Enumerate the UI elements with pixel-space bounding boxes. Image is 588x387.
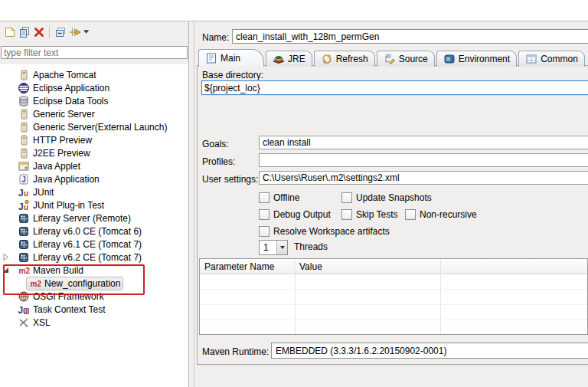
- collapse-arrow-icon[interactable]: [2, 266, 10, 274]
- tree-item-liferay-v6-1-ce-tomcat-7[interactable]: Liferay v6.1 CE (Tomcat 7): [0, 238, 188, 251]
- threads-dropdown-button[interactable]: [276, 241, 287, 254]
- tab-label: Common: [541, 54, 578, 64]
- m2-icon: m2: [18, 264, 30, 277]
- filter-input[interactable]: [1, 46, 188, 59]
- tree-item-eclipse-application[interactable]: Eclipse Application: [0, 81, 188, 94]
- checkbox-box[interactable]: [405, 209, 416, 220]
- tree-item-java-applet[interactable]: Java Applet: [0, 159, 188, 172]
- tree-item-label: Liferay v6.1 CE (Tomcat 7): [33, 239, 142, 250]
- tab-jre[interactable]: JRE: [266, 51, 312, 67]
- tab-main[interactable]: Main: [198, 49, 264, 67]
- tree-item-osgi-framework[interactable]: OSGi Framework: [0, 290, 188, 303]
- offline-checkbox[interactable]: Offline: [259, 192, 299, 203]
- tree-item-new-configuration[interactable]: m2New_configuration: [0, 277, 188, 290]
- tree-item-generic-server-external-launch[interactable]: Generic Server(External Launch): [0, 120, 188, 133]
- column-value[interactable]: Value: [295, 261, 440, 272]
- tree-item-junit[interactable]: JuJUnit: [0, 185, 188, 198]
- tab-environment[interactable]: Environment: [436, 51, 517, 67]
- checkbox-box[interactable]: [341, 209, 352, 220]
- tree-item-label: JUnit Plug-in Test: [33, 200, 104, 211]
- config-name-input[interactable]: [232, 29, 588, 44]
- parameters-table-header[interactable]: Parameter Name Value: [200, 259, 587, 274]
- profiles-input[interactable]: [259, 153, 588, 167]
- task-context-icon: Ju: [18, 303, 30, 316]
- tree-item-generic-server[interactable]: Generic Server: [0, 107, 188, 120]
- checkbox-box[interactable]: [259, 226, 270, 237]
- threads-label: Threads: [294, 241, 328, 252]
- applet-icon: [18, 160, 30, 172]
- base-directory-input[interactable]: [201, 80, 588, 95]
- tree-item-liferay-v6-2-ce-tomcat-7[interactable]: Liferay v6.2 CE (Tomcat 7): [0, 251, 188, 264]
- tree-item-label: JUnit: [33, 187, 54, 198]
- maven-runtime-label: Maven Runtime:: [202, 346, 269, 357]
- tree-item-label: New_configuration: [44, 278, 120, 289]
- tab-source[interactable]: Source: [377, 51, 435, 67]
- goals-input[interactable]: [259, 136, 588, 149]
- tree-item-label: Liferay v6.0 CE (Tomcat 6): [33, 226, 142, 237]
- tree-item-xsl[interactable]: XSL: [0, 316, 188, 329]
- name-label: Name:: [202, 32, 229, 43]
- duplicate-configuration-icon[interactable]: [17, 25, 31, 39]
- tree-item-apache-tomcat[interactable]: Apache Tomcat: [0, 68, 188, 81]
- tree-item-label: Liferay v6.2 CE (Tomcat 7): [33, 252, 142, 263]
- checkbox-box[interactable]: [341, 192, 352, 203]
- parameters-table[interactable]: Parameter Name Value: [199, 258, 588, 335]
- tree-item-label: Generic Server: [33, 109, 95, 120]
- table-row[interactable]: [200, 320, 587, 335]
- tab-label: JRE: [288, 54, 305, 64]
- toolbar-menu-arrow-icon[interactable]: [82, 25, 91, 39]
- skip-tests-checkbox[interactable]: Skip Tests: [341, 209, 397, 220]
- tree-item-label: Java Application: [33, 174, 100, 185]
- delete-configuration-icon[interactable]: [31, 25, 46, 39]
- tab-common[interactable]: Common: [518, 51, 585, 67]
- server-icon: [18, 108, 30, 120]
- server-icon: [18, 69, 30, 81]
- table-row[interactable]: [200, 274, 587, 290]
- tab-main-icon: [205, 52, 217, 64]
- tree-item-junit-plug-in-test[interactable]: JuJUnit Plug-in Test: [0, 198, 188, 212]
- tree-item-label: Eclipse Application: [33, 83, 109, 93]
- checkbox-box[interactable]: [259, 209, 270, 220]
- parameters-table-body: [200, 274, 587, 335]
- toolbar-separator: [49, 27, 50, 38]
- collapse-all-icon[interactable]: [53, 25, 67, 39]
- tree-item-label: Eclipse Data Tools: [33, 96, 109, 107]
- tree-item-j2ee-preview[interactable]: J2EE Preview: [0, 146, 188, 159]
- tree-item-label: XSL: [33, 317, 51, 328]
- tree-item-label: J2EE Preview: [33, 148, 90, 159]
- expand-arrow-icon[interactable]: [2, 253, 10, 261]
- user-settings-input[interactable]: [259, 171, 588, 185]
- goals-label: Goals:: [202, 139, 229, 149]
- tree-item-liferay-server-remote[interactable]: Liferay Server (Remote): [0, 212, 188, 225]
- tree-item-maven-build[interactable]: m2Maven Build: [0, 264, 188, 277]
- tab-refresh-icon: [321, 53, 333, 65]
- config-detail-panel: Name: MainJRERefreshSourceEnvironmentCom…: [194, 21, 588, 387]
- tree-item-liferay-v6-0-ce-tomcat-6[interactable]: Liferay v6.0 CE (Tomcat 6): [0, 225, 188, 238]
- filter-launch-configurations-icon[interactable]: [67, 25, 82, 39]
- base-directory-label: Base directory:: [202, 70, 263, 80]
- threads-select[interactable]: 1: [259, 240, 288, 255]
- table-row[interactable]: [200, 305, 587, 320]
- tree-item-java-application[interactable]: JJava Application: [0, 172, 188, 185]
- debug-output-checkbox[interactable]: Debug Output: [259, 209, 331, 220]
- checkbox-label: Debug Output: [273, 209, 331, 220]
- svg-text:J: J: [18, 201, 24, 212]
- threads-value: 1: [260, 242, 276, 253]
- tree-item-task-context-test[interactable]: JuTask Context Test: [0, 303, 188, 316]
- svg-text:m2: m2: [31, 280, 42, 288]
- update-snapshots-checkbox[interactable]: Update Snapshots: [341, 192, 432, 203]
- config-type-tree: Apache TomcatEclipse ApplicationEclipse …: [0, 64, 188, 387]
- tab-refresh[interactable]: Refresh: [314, 51, 375, 67]
- launch-config-sidebar: Apache TomcatEclipse ApplicationEclipse …: [0, 21, 189, 387]
- new-configuration-icon[interactable]: [2, 25, 17, 39]
- svg-text:m2: m2: [19, 267, 31, 275]
- maven-runtime-select[interactable]: EMBEDDED (3.3.3/1.6.2.20150902-0001): [271, 343, 588, 359]
- tree-item-eclipse-data-tools[interactable]: Eclipse Data Tools: [0, 94, 188, 107]
- tab-source-icon: [384, 53, 396, 65]
- resolve-workspace-artifacts-checkbox[interactable]: Resolve Workspace artifacts: [259, 226, 390, 237]
- tree-item-http-preview[interactable]: HTTP Preview: [0, 133, 188, 146]
- column-parameter-name[interactable]: Parameter Name: [200, 261, 295, 272]
- checkbox-box[interactable]: [259, 192, 270, 203]
- table-row[interactable]: [200, 290, 587, 305]
- non-recursive-checkbox[interactable]: Non-recursive: [405, 209, 477, 220]
